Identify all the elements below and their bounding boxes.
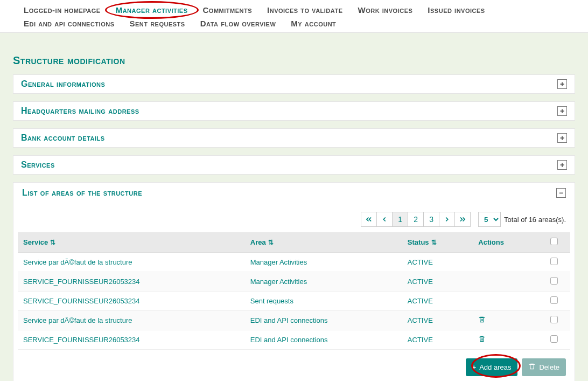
cell-select xyxy=(538,330,570,350)
pager-next-button[interactable] xyxy=(439,212,455,227)
cell-actions xyxy=(473,330,538,350)
page-content: Structure modification General informati… xyxy=(0,54,588,381)
nav-item[interactable]: Commitments xyxy=(195,3,260,17)
cell-status: ACTIVE xyxy=(402,311,473,330)
select-all-checkbox[interactable] xyxy=(550,238,558,245)
table-row: SERVICE_FOURNISSEUR26053234Manager Activ… xyxy=(18,272,570,292)
trash-icon[interactable] xyxy=(478,335,486,344)
cell-select xyxy=(538,292,570,311)
panel-title: Services xyxy=(21,160,55,170)
areas-table: Service⇅ Area⇅ Status⇅ Actions Service p… xyxy=(18,232,570,350)
pager-last-button[interactable] xyxy=(454,212,471,227)
row-checkbox[interactable] xyxy=(550,296,558,304)
cell-status: ACTIVE xyxy=(402,272,473,292)
nav-item[interactable]: Logged-in homepage xyxy=(16,3,108,17)
expand-icon[interactable]: + xyxy=(557,133,567,143)
cell-area[interactable]: Manager Activities xyxy=(245,253,402,272)
nav-item[interactable]: Manager activities xyxy=(108,3,195,17)
cell-service[interactable]: Service par dÃ©faut de la structure xyxy=(18,253,245,272)
top-nav: Logged-in homepageManager activitiesComm… xyxy=(0,0,588,33)
expand-icon[interactable]: + xyxy=(557,106,567,116)
table-row: SERVICE_FOURNISSEUR26053234EDI and API c… xyxy=(18,330,570,350)
panel-title-areas: List of areas of the structure xyxy=(22,188,142,198)
nav-item[interactable]: Invoices to validate xyxy=(260,3,350,17)
panel-areas: List of areas of the structure − 123 xyxy=(13,182,575,381)
table-row: Service par dÃ©faut de la structureEDI a… xyxy=(18,311,570,330)
add-areas-button[interactable]: + Add areas xyxy=(466,358,518,376)
sort-icon: ⇅ xyxy=(50,239,55,246)
plus-icon: + xyxy=(472,363,477,371)
cell-select xyxy=(538,253,570,272)
cell-service[interactable]: SERVICE_FOURNISSEUR26053234 xyxy=(18,292,245,311)
pagination-row: 123 5 Total of 16 areas(s). xyxy=(13,209,575,232)
cell-area[interactable]: EDI and API connections xyxy=(245,311,402,330)
nav-item[interactable]: Data flow overview xyxy=(193,17,284,30)
row-checkbox[interactable] xyxy=(550,335,558,343)
cell-service[interactable]: SERVICE_FOURNISSEUR26053234 xyxy=(18,272,245,292)
expand-icon[interactable]: + xyxy=(557,79,567,89)
cell-actions xyxy=(473,272,538,292)
cell-select xyxy=(538,272,570,292)
col-service[interactable]: Service⇅ xyxy=(18,232,245,253)
row-checkbox[interactable] xyxy=(550,258,558,265)
cell-service[interactable]: SERVICE_FOURNISSEUR26053234 xyxy=(18,330,245,350)
col-status[interactable]: Status⇅ xyxy=(402,232,473,253)
nav-item[interactable]: Issued invoices xyxy=(420,3,492,17)
pager-first-button[interactable] xyxy=(361,212,377,227)
panel-title: General informations xyxy=(21,79,105,89)
table-row: Service par dÃ©faut de la structureManag… xyxy=(18,253,570,272)
nav-row-1: Logged-in homepageManager activitiesComm… xyxy=(16,3,583,17)
cell-status: ACTIVE xyxy=(402,253,473,272)
row-checkbox[interactable] xyxy=(550,277,558,285)
cell-service[interactable]: Service par dÃ©faut de la structure xyxy=(18,311,245,330)
panel: General informations+ xyxy=(13,74,575,94)
pager-page-button[interactable]: 3 xyxy=(423,212,439,227)
cell-actions xyxy=(473,253,538,272)
col-area[interactable]: Area⇅ xyxy=(245,232,402,253)
pager-page-button[interactable]: 2 xyxy=(408,212,424,227)
cell-actions xyxy=(473,311,538,330)
sort-icon: ⇅ xyxy=(268,239,274,246)
page-size-select[interactable]: 5 xyxy=(478,212,501,227)
button-row: + Add areas Delete xyxy=(13,350,575,381)
col-select xyxy=(538,232,570,253)
panel-title: Headquarters mailing address xyxy=(21,106,139,116)
row-checkbox[interactable] xyxy=(550,316,558,323)
cell-area[interactable]: EDI and API connections xyxy=(245,330,402,350)
trash-icon[interactable] xyxy=(478,316,486,325)
panel: Headquarters mailing address+ xyxy=(13,101,575,121)
nav-item[interactable]: Work invoices xyxy=(350,3,420,17)
table-row: SERVICE_FOURNISSEUR26053234Sent requests… xyxy=(18,292,570,311)
page-title: Structure modification xyxy=(13,54,575,67)
sort-icon: ⇅ xyxy=(431,239,437,246)
panel: Bank account details+ xyxy=(13,128,575,148)
collapse-icon[interactable]: − xyxy=(556,188,566,198)
panel-title: Bank account details xyxy=(21,133,105,143)
total-label: Total of 16 areas(s). xyxy=(504,216,566,224)
cell-status: ACTIVE xyxy=(402,292,473,311)
cell-area[interactable]: Sent requests xyxy=(245,292,402,311)
page-size-control: 5 Total of 16 areas(s). xyxy=(478,212,566,227)
nav-item[interactable]: EDI and API connections xyxy=(16,17,122,30)
panel: Services+ xyxy=(13,155,575,175)
col-actions: Actions xyxy=(473,232,538,253)
pager-page-button[interactable]: 1 xyxy=(392,212,408,227)
cell-area[interactable]: Manager Activities xyxy=(245,272,402,292)
nav-item[interactable]: Sent requests xyxy=(122,17,192,30)
pager: 123 xyxy=(361,212,471,227)
nav-item[interactable]: My account xyxy=(283,17,344,30)
trash-icon xyxy=(528,363,536,372)
cell-status: ACTIVE xyxy=(402,330,473,350)
pager-prev-button[interactable] xyxy=(376,212,393,227)
cell-actions xyxy=(473,292,538,311)
nav-row-2: EDI and API connectionsSent requestsData… xyxy=(16,17,583,30)
cell-select xyxy=(538,311,570,330)
delete-button[interactable]: Delete xyxy=(522,358,566,376)
expand-icon[interactable]: + xyxy=(557,160,567,170)
